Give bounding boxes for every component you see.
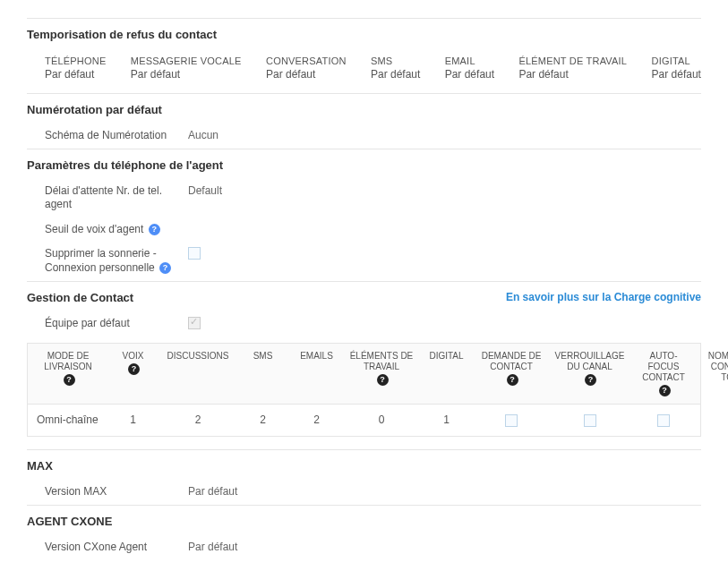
col-request: DEMANDE DE CONTACT? (475, 344, 547, 404)
agent-voice-threshold-row: Seuil de voix d'agent ? (27, 217, 701, 243)
help-icon[interactable]: ? (659, 385, 671, 396)
channel-value: Par défaut (371, 68, 420, 81)
col-autofocus: AUTO-FOCUS CONTACT? (632, 344, 695, 404)
section-max-title: MAX (27, 449, 701, 480)
col-chat: DISCUSSIONS (158, 344, 238, 404)
agent-voice-threshold-label: Seuil de voix d'agent ? (45, 223, 188, 237)
section-contact-mgmt-title: Gestion de Contact (27, 291, 133, 304)
dialing-scheme-row: Schéma de Numérotation Aucun (27, 124, 701, 149)
section-cxone-title: AGENT CXONE (27, 505, 701, 535)
channel-workitem: ÉLÉMENT DE TRAVAIL Par défaut (518, 55, 627, 81)
cxone-version-value: Par défaut (188, 541, 237, 553)
table-row: Omni-chaîne 1 2 2 2 0 1 3 (28, 405, 700, 436)
help-icon[interactable]: ? (128, 363, 140, 375)
channel-email: EMAIL Par défaut (445, 55, 494, 81)
channel-conversation: CONVERSATION Par défaut (266, 55, 347, 81)
learn-more-link[interactable]: En savoir plus sur la Charge cognitive (506, 291, 701, 303)
default-team-row: Équipe par défaut (27, 311, 701, 337)
channel-label: TÉLÉPHONE (45, 55, 106, 66)
col-total: NOMBRE DE CONTACTS TOTAL? (695, 344, 728, 404)
cell-lock (547, 405, 632, 436)
section-agent-phone-title: Paramètres du téléphone de l'agent (27, 149, 701, 179)
delivery-mode-table: MODE DE LIVRAISON? VOIX? DISCUSSIONS SMS… (27, 343, 701, 437)
help-icon[interactable]: ? (507, 374, 518, 386)
agent-suppress-ring-row: Supprimer la sonnerie - Connexion person… (27, 242, 701, 280)
agent-timeout-row: Délai d'attente Nr. de tel. agent Defaul… (27, 179, 701, 217)
col-workitems: ÉLÉMENTS DE TRAVAIL? (346, 344, 417, 404)
help-icon[interactable]: ? (159, 262, 171, 274)
dialing-scheme-value: Aucun (188, 129, 218, 141)
cell-emails: 2 (287, 405, 346, 436)
col-mode: MODE DE LIVRAISON? (28, 344, 108, 404)
dialing-scheme-label: Schéma de Numérotation (45, 129, 188, 143)
channel-value: Par défaut (445, 68, 494, 81)
refusal-channels-row: TÉLÉPHONE Par défaut MESSAGERIE VOCALE P… (27, 48, 701, 93)
help-icon[interactable]: ? (377, 374, 389, 386)
help-icon[interactable]: ? (149, 224, 160, 235)
channel-label: CONVERSATION (266, 55, 347, 66)
agent-timeout-label: Délai d'attente Nr. de tel. agent (45, 184, 188, 212)
cell-request (475, 405, 547, 436)
request-checkbox[interactable] (505, 414, 518, 427)
max-version-value: Par défaut (188, 485, 237, 498)
channel-value: Par défaut (518, 68, 627, 81)
section-dialing-title: Numérotation par défaut (27, 93, 701, 124)
cxone-version-label: Version CXone Agent (45, 541, 188, 555)
channel-label: DIGITAL (652, 55, 701, 66)
col-lock: VERROUILLAGE DU CANAL? (547, 344, 632, 404)
cell-sms: 2 (238, 405, 287, 436)
default-team-label: Équipe par défaut (45, 317, 188, 331)
agent-suppress-ring-label: Supprimer la sonnerie - Connexion person… (45, 247, 188, 275)
cell-mode: Omni-chaîne (28, 405, 108, 436)
channel-value: Par défaut (45, 68, 106, 81)
cell-digital: 1 (417, 405, 475, 436)
section-refusal-title: Temporisation de refus du contact (27, 18, 701, 48)
default-team-checkbox (188, 317, 201, 329)
channel-telephone: TÉLÉPHONE Par défaut (45, 55, 106, 81)
channel-digital: DIGITAL Par défaut (652, 55, 701, 81)
autofocus-checkbox[interactable] (657, 414, 670, 427)
max-version-row: Version MAX Par défaut (27, 480, 701, 505)
cell-voice: 1 (108, 405, 158, 436)
channel-voicemail: MESSAGERIE VOCALE Par défaut (131, 55, 242, 81)
cell-autofocus (632, 405, 695, 436)
section-contact-mgmt-header: Gestion de Contact En savoir plus sur la… (27, 281, 701, 311)
channel-value: Par défaut (266, 68, 347, 81)
col-voice: VOIX? (108, 344, 158, 404)
max-version-label: Version MAX (45, 485, 188, 499)
cell-workitems: 0 (346, 405, 417, 436)
channel-label: ÉLÉMENT DE TRAVAIL (518, 55, 627, 66)
channel-label: EMAIL (445, 55, 494, 66)
suppress-ring-checkbox[interactable] (188, 247, 201, 260)
cxone-version-row: Version CXone Agent Par défaut (27, 535, 701, 560)
lock-checkbox[interactable] (584, 414, 596, 427)
col-sms: SMS (238, 344, 287, 404)
col-emails: EMAILS (287, 344, 346, 404)
col-digital: DIGITAL (417, 344, 475, 404)
table-header-row: MODE DE LIVRAISON? VOIX? DISCUSSIONS SMS… (28, 344, 700, 405)
channel-value: Par défaut (131, 68, 242, 81)
channel-value: Par défaut (652, 68, 701, 81)
channel-label: SMS (371, 55, 420, 66)
agent-timeout-value: Default (188, 184, 222, 197)
help-icon[interactable]: ? (585, 374, 596, 386)
channel-label: MESSAGERIE VOCALE (131, 55, 242, 66)
help-icon[interactable]: ? (64, 374, 75, 386)
cell-total: 3 (695, 405, 728, 436)
cell-chat: 2 (158, 405, 238, 436)
channel-sms: SMS Par défaut (371, 55, 420, 81)
